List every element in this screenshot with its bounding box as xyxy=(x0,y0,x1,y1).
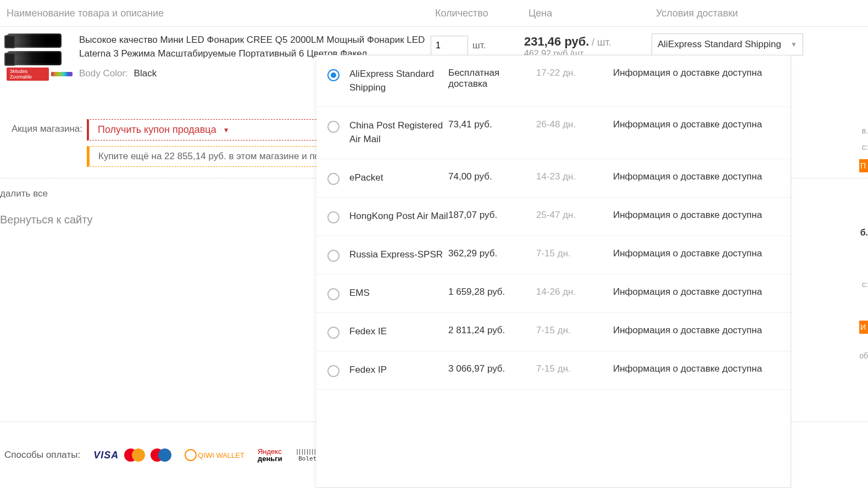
shipping-option-name: EMS xyxy=(349,287,448,300)
right-text-fragment: c: xyxy=(862,143,868,152)
radio-icon[interactable] xyxy=(327,69,340,81)
shipping-option-price: 73,41 руб. xyxy=(448,119,536,130)
shipping-option-name: Fedex IE xyxy=(349,325,448,339)
promo-info: Купите ещё на 22 855,14 руб. в этом мага… xyxy=(87,146,338,167)
quantity-input[interactable] xyxy=(431,36,468,55)
shipping-option-price: 3 066,97 руб. xyxy=(448,363,536,374)
product-thumbnail[interactable]: 3Modes Zoomable xyxy=(7,33,73,81)
shipping-option-days: 14-23 дн. xyxy=(536,171,613,182)
header-price: Цена xyxy=(528,8,656,19)
shipping-option-info: Информация о доставке доступна xyxy=(613,171,780,182)
right-edge-fragment: И xyxy=(859,321,868,334)
price-main: 231,46 руб. xyxy=(524,35,589,48)
maestro-icon xyxy=(151,448,171,462)
shipping-option-info: Информация о доставке доступна xyxy=(613,119,780,130)
right-edge-fragment: П xyxy=(859,159,868,172)
shipping-option[interactable]: Russia Express-SPSR362,29 руб.7-15 дн.Ин… xyxy=(316,236,791,274)
shipping-option[interactable]: EMS1 659,28 руб.14-26 дн.Информация о до… xyxy=(316,274,791,313)
shipping-option[interactable]: ePacket74,00 руб.14-23 дн.Информация о д… xyxy=(316,159,791,198)
shipping-option-info: Информация о доставке доступна xyxy=(613,210,780,221)
shipping-option[interactable]: AliExpress Standard ShippingБесплатная д… xyxy=(316,55,791,107)
shipping-option-days: 26-48 дн. xyxy=(536,119,613,130)
right-text-fragment: б. xyxy=(860,228,868,238)
header-ship: Условия доставки xyxy=(656,8,861,19)
right-text-fragment: об xyxy=(859,351,868,360)
shipping-option-days: 14-26 дн. xyxy=(536,287,613,298)
radio-icon[interactable] xyxy=(327,211,340,223)
shipping-option-name: Fedex IP xyxy=(349,363,448,377)
shipping-option-info: Информация о доставке доступна xyxy=(613,248,780,259)
yandex-money-icon: Яндекс деньги xyxy=(258,448,282,462)
shipping-option-name: HongKong Post Air Mail xyxy=(349,210,448,223)
promo-label: Акция магазина: xyxy=(7,119,82,134)
shipping-option[interactable]: HongKong Post Air Mail187,07 руб.25-47 д… xyxy=(316,198,791,236)
shipping-option-days: 7-15 дн. xyxy=(536,325,613,336)
shipping-option-price: 2 811,24 руб. xyxy=(448,325,536,336)
radio-icon[interactable] xyxy=(327,173,340,185)
right-text-fragment: в. xyxy=(862,126,868,135)
shipping-option-days: 25-47 дн. xyxy=(536,210,613,221)
mastercard-icon xyxy=(124,448,145,462)
shipping-option-price: 74,00 руб. xyxy=(448,171,536,182)
header-qty: Количество xyxy=(435,8,528,19)
shipping-option-info: Информация о доставке доступна xyxy=(613,68,780,78)
chevron-down-icon: ▼ xyxy=(223,126,230,134)
shipping-dropdown[interactable]: AliExpress Standard ShippingБесплатная д… xyxy=(316,55,791,488)
thumb-tag: 3Modes Zoomable xyxy=(7,68,73,81)
header-name: Наименование товара и описание xyxy=(7,8,435,19)
cart-page: Наименование товара и описание Количеств… xyxy=(0,0,868,488)
chevron-down-icon: ▼ xyxy=(791,41,797,48)
payment-label: Способы оплаты: xyxy=(4,450,80,461)
price-per: / шт. xyxy=(592,37,611,48)
shipping-option-days: 7-15 дн. xyxy=(536,363,613,374)
shipping-option-price: 187,07 руб. xyxy=(448,210,536,221)
shipping-option-info: Информация о доставке доступна xyxy=(613,325,780,336)
shipping-option-info: Информация о доставке доступна xyxy=(613,287,780,298)
shipping-option-price: 1 659,28 руб. xyxy=(448,287,536,298)
shipping-option[interactable]: Fedex IP3 066,97 руб.7-15 дн.Информация … xyxy=(316,351,791,390)
shipping-option-days: 7-15 дн. xyxy=(536,248,613,259)
radio-icon[interactable] xyxy=(327,327,340,339)
shipping-option-info: Информация о доставке доступна xyxy=(613,363,780,374)
shipping-option-name: ePacket xyxy=(349,171,448,185)
shipping-option-name: Russia Express-SPSR xyxy=(349,248,448,262)
shipping-option-name: AliExpress Standard Shipping xyxy=(349,68,448,94)
shipping-select[interactable]: AliExpress Standard Shipping ▼ xyxy=(652,33,803,55)
flashlight-image xyxy=(7,33,73,65)
shipping-option-price: Бесплатная доставка xyxy=(448,68,536,89)
qiwi-icon: QIWI WALLET xyxy=(185,449,244,461)
shipping-option-days: 17-22 дн. xyxy=(536,68,613,78)
radio-icon[interactable] xyxy=(327,121,340,133)
shipping-option[interactable]: China Post Registered Air Mail73,41 руб.… xyxy=(316,107,791,159)
shipping-option-price: 362,29 руб. xyxy=(448,248,536,259)
radio-icon[interactable] xyxy=(327,250,340,262)
quantity-unit: шт. xyxy=(472,36,486,51)
radio-icon[interactable] xyxy=(327,288,340,300)
visa-icon: VISA xyxy=(93,450,119,461)
radio-icon[interactable] xyxy=(327,365,340,377)
shipping-option-name: China Post Registered Air Mail xyxy=(349,119,448,146)
right-text-fragment: c: xyxy=(862,280,868,289)
column-headers: Наименование товара и описание Количеств… xyxy=(0,0,868,27)
get-coupon-button[interactable]: Получить купон продавца ▼ xyxy=(87,119,338,141)
shipping-selected-label: AliExpress Standard Shipping xyxy=(658,39,781,50)
shipping-option[interactable]: Fedex IE2 811,24 руб.7-15 дн.Информация … xyxy=(316,313,791,351)
